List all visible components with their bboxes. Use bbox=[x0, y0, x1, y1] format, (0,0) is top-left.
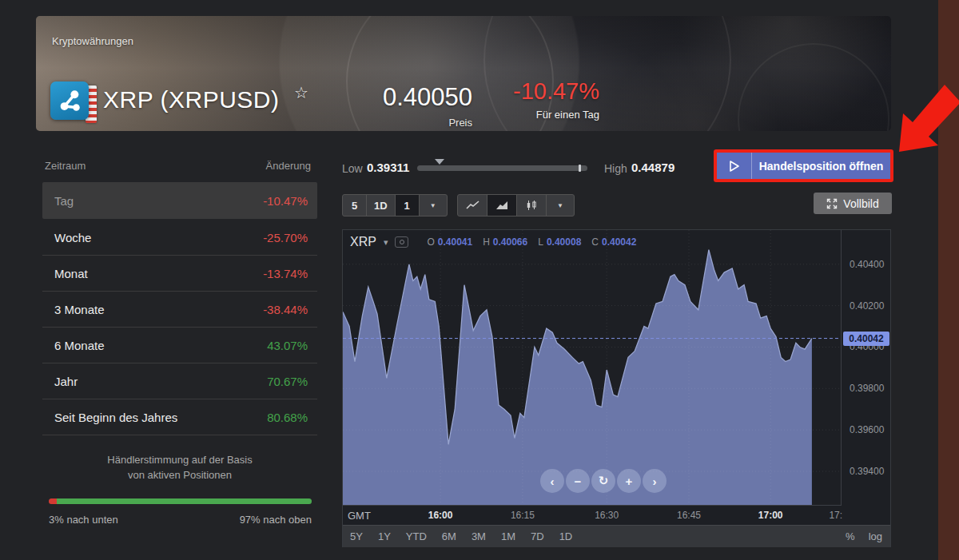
chart-plot-area[interactable]: XRP ▾ O 0.40041 H 0.40066 L 0.40008 C 0.… bbox=[343, 230, 842, 506]
line-chart-icon bbox=[466, 200, 480, 211]
chart-type-area-button[interactable] bbox=[487, 195, 517, 216]
play-icon bbox=[717, 153, 752, 179]
reset-chart-button[interactable]: ↻ bbox=[591, 469, 615, 493]
period-change-value: -10.47% bbox=[263, 194, 308, 208]
range-button-3m[interactable]: 3M bbox=[472, 530, 486, 542]
instrument-banner: Kryptowährungen XRP (XRPUSD) ☆ 0.40050 P… bbox=[36, 16, 891, 131]
period-label: Tag bbox=[54, 194, 74, 208]
symbol-dropdown-caret-icon[interactable]: ▾ bbox=[384, 237, 388, 248]
high-value: 0.44879 bbox=[631, 161, 674, 174]
period-label: 6 Monate bbox=[54, 339, 105, 352]
interval-button-1[interactable]: 1 bbox=[396, 195, 420, 216]
x-axis-tick-label: 16:30 bbox=[589, 510, 624, 521]
daily-change-value: -10.47% bbox=[503, 78, 599, 105]
high-ohlc-value: 0.40066 bbox=[493, 236, 527, 248]
period-label: 3 Monate bbox=[54, 303, 105, 316]
x-axis-tick-label: 17:00 bbox=[753, 510, 788, 521]
fullscreen-label: Vollbild bbox=[843, 197, 878, 210]
period-label: Monat bbox=[54, 267, 88, 280]
period-table: Tag-10.47%Woche-25.70%Monat-13.74%3 Mona… bbox=[42, 182, 317, 435]
close-value: 0.40042 bbox=[602, 236, 636, 248]
y-axis-tick-label: 0.40200 bbox=[850, 300, 884, 312]
y-axis-tick-label: 0.40400 bbox=[850, 259, 884, 270]
breadcrumb-category[interactable]: Kryptowährungen bbox=[52, 35, 133, 47]
sentiment-up-label: 97% nach oben bbox=[240, 514, 312, 526]
period-label: Jahr bbox=[54, 375, 78, 388]
range-button-1d[interactable]: 1D bbox=[559, 530, 573, 542]
period-change-value: -13.74% bbox=[263, 267, 308, 280]
chart-type-candles-button[interactable] bbox=[517, 195, 547, 216]
open-trade-label: Handelsposition öffnen bbox=[752, 160, 890, 173]
daily-change-label: Für einen Tag bbox=[503, 109, 599, 121]
pan-left-button[interactable]: ‹ bbox=[540, 469, 564, 493]
price-label: Preis bbox=[340, 117, 472, 129]
period-row-seit-beginn-des-jahres[interactable]: Seit Beginn des Jahres80.68% bbox=[42, 399, 317, 435]
range-button-ytd[interactable]: YTD bbox=[406, 530, 427, 542]
sentiment-labels: 3% nach unten 97% nach oben bbox=[49, 514, 312, 526]
range-slider-marker[interactable] bbox=[435, 159, 444, 165]
y-axis[interactable]: 0.404000.402000.400000.398000.396000.394… bbox=[842, 230, 891, 506]
period-label: Seit Beginn des Jahres bbox=[54, 411, 177, 424]
period-row-3-monate[interactable]: 3 Monate-38.44% bbox=[42, 292, 317, 328]
interval-button-1d[interactable]: 1D bbox=[367, 195, 396, 216]
fullscreen-expand-icon bbox=[826, 198, 838, 209]
day-range-slider[interactable] bbox=[417, 165, 587, 171]
candles-chart-icon bbox=[525, 200, 539, 211]
zoom-in-button[interactable]: + bbox=[617, 469, 641, 493]
last-price-tag: 0.40042 bbox=[843, 332, 889, 346]
period-change-value: 80.68% bbox=[267, 411, 308, 424]
period-row-monat[interactable]: Monat-13.74% bbox=[42, 256, 317, 292]
xrp-logo-icon bbox=[50, 81, 89, 120]
sentiment-down-label: 3% nach unten bbox=[49, 514, 118, 526]
period-change-value: 70.67% bbox=[267, 375, 308, 388]
right-edge-strip bbox=[938, 0, 959, 560]
open-trade-button[interactable]: Handelsposition öffnen bbox=[717, 153, 890, 179]
range-button-1y[interactable]: 1Y bbox=[378, 530, 391, 542]
change-block: -10.47% Für einen Tag bbox=[503, 78, 599, 121]
range-button-6m[interactable]: 6M bbox=[442, 530, 456, 542]
period-label: Woche bbox=[54, 231, 91, 244]
ohlc-readout: O 0.40041 H 0.40066 L 0.40008 C 0.40042 bbox=[427, 236, 643, 248]
x-axis[interactable]: GMT 16:0016:1516:3016:4517:0017: bbox=[343, 506, 892, 525]
range-button-5y[interactable]: 5Y bbox=[350, 530, 363, 542]
sentiment-title-line1: Händlerstimmung auf der Basis bbox=[42, 452, 317, 467]
chart-type-line-button[interactable] bbox=[458, 195, 487, 216]
open-value: 0.40041 bbox=[438, 236, 472, 248]
sentiment-bar-down bbox=[49, 498, 57, 504]
annotation-red-border: Handelsposition öffnen bbox=[714, 149, 893, 182]
page: Kryptowährungen XRP (XRPUSD) ☆ 0.40050 P… bbox=[0, 0, 959, 560]
x-axis-tick-label: 17: bbox=[818, 510, 854, 521]
favorite-star-icon[interactable]: ☆ bbox=[294, 83, 308, 102]
sentiment-title-line2: von aktiven Positionen bbox=[42, 467, 317, 483]
chart-type-dropdown-button[interactable]: ▼ bbox=[547, 195, 574, 216]
pan-right-button[interactable]: › bbox=[643, 469, 667, 493]
interval-dropdown-button[interactable]: ▼ bbox=[420, 195, 447, 216]
chart-nav-controls: ‹−↻+› bbox=[540, 469, 667, 493]
period-row-6-monate[interactable]: 6 Monate43.07% bbox=[42, 328, 317, 363]
instrument-title: XRP (XRPUSD) bbox=[103, 86, 279, 113]
area-chart-icon bbox=[495, 200, 509, 211]
period-row-tag[interactable]: Tag-10.47% bbox=[42, 182, 317, 219]
percent-scale-button[interactable]: % bbox=[846, 530, 855, 542]
range-button-1m[interactable]: 1M bbox=[501, 530, 515, 542]
y-axis-tick-label: 0.39600 bbox=[850, 424, 884, 435]
zoom-out-button[interactable]: − bbox=[566, 469, 590, 493]
period-row-jahr[interactable]: Jahr70.67% bbox=[42, 363, 317, 399]
low-ohlc-value: 0.40008 bbox=[547, 236, 581, 248]
snapshot-camera-icon[interactable] bbox=[395, 236, 408, 248]
interval-group: 51D1▼ bbox=[342, 194, 448, 216]
fullscreen-button[interactable]: Vollbild bbox=[814, 193, 892, 214]
range-button-7d[interactable]: 7D bbox=[531, 530, 544, 542]
period-row-woche[interactable]: Woche-25.70% bbox=[42, 220, 317, 256]
plot-svg bbox=[343, 230, 841, 505]
period-change-value: 43.07% bbox=[267, 339, 308, 352]
timezone-label[interactable]: GMT bbox=[348, 510, 371, 522]
interval-button-5[interactable]: 5 bbox=[343, 195, 367, 216]
symbol-label[interactable]: XRP bbox=[350, 235, 376, 249]
x-axis-tick-label: 16:00 bbox=[423, 510, 458, 521]
log-scale-button[interactable]: log bbox=[869, 530, 882, 542]
sentiment-title: Händlerstimmung auf der Basis von aktive… bbox=[42, 452, 317, 483]
chart-panel: XRP ▾ O 0.40041 H 0.40066 L 0.40008 C 0.… bbox=[342, 229, 891, 547]
range-slider-notch bbox=[579, 165, 581, 172]
scale-buttons: % log bbox=[846, 530, 890, 542]
